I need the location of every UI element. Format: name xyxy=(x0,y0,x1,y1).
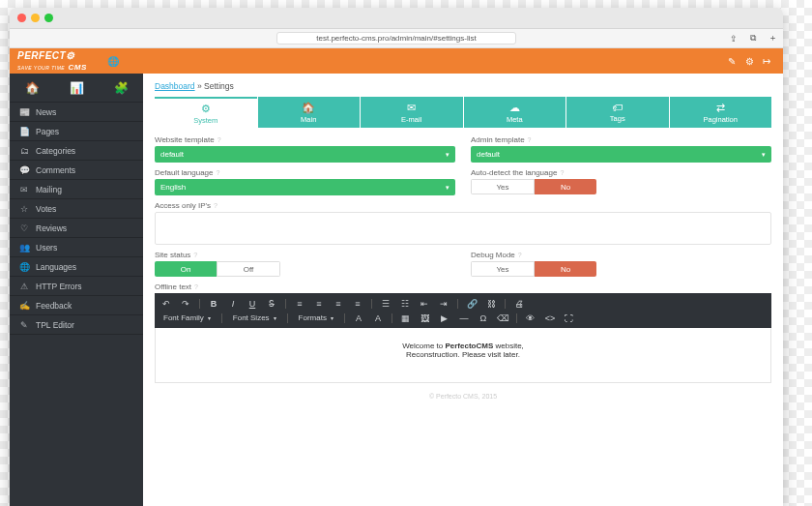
breadcrumb-current: Settings xyxy=(204,81,234,91)
autodetect-language-toggle[interactable]: Yes No xyxy=(471,179,596,194)
italic-icon[interactable]: I xyxy=(227,299,239,309)
categories-icon: 🗂 xyxy=(19,146,29,156)
font-size-select[interactable]: Font Sizes xyxy=(230,313,279,322)
hr-icon[interactable]: — xyxy=(458,313,470,323)
tab-label: Main xyxy=(301,115,316,124)
app-header: PERFECT⚙ SAVE YOUR TIME CMS 🌐 ✎ ⚙ ↦ xyxy=(10,48,783,74)
outdent-icon[interactable]: ⇤ xyxy=(419,299,430,309)
print-icon[interactable]: 🖨 xyxy=(513,299,525,309)
number-list-icon[interactable]: ☷ xyxy=(399,299,411,309)
zoom-icon[interactable] xyxy=(44,14,53,22)
tab-label: Pagination xyxy=(704,115,738,124)
sidebar-item-label: HTTP Errors xyxy=(36,282,82,291)
toggle-no[interactable]: No xyxy=(535,261,596,277)
bold-icon[interactable]: B xyxy=(208,299,219,309)
toggle-on[interactable]: On xyxy=(155,261,217,277)
sidebar-item-reviews[interactable]: ♡Reviews xyxy=(10,219,143,238)
minimize-icon[interactable] xyxy=(31,14,40,22)
toggle-yes[interactable]: Yes xyxy=(471,261,535,277)
access-ips-input[interactable] xyxy=(155,212,771,245)
sidebar-item-categories[interactable]: 🗂Categories xyxy=(10,141,143,161)
sidebar-item-users[interactable]: 👥Users xyxy=(10,238,143,257)
share-icon[interactable]: ⇪ xyxy=(727,32,740,45)
logout-icon[interactable]: ↦ xyxy=(758,56,775,67)
sidebar-item-pages[interactable]: 📄Pages xyxy=(10,122,143,141)
redo-icon[interactable]: ↷ xyxy=(180,299,191,309)
new-tab-icon[interactable]: ＋ xyxy=(766,32,779,45)
image-icon[interactable]: 🖼 xyxy=(420,313,431,323)
home-icon: 🏠 xyxy=(302,102,315,114)
website-template-select[interactable]: default▾ xyxy=(155,146,455,163)
unlink-icon[interactable]: ⛓ xyxy=(485,299,497,309)
sidebar-item-mailing[interactable]: ✉Mailing xyxy=(10,180,143,199)
tab-email[interactable]: ✉E-mail xyxy=(361,97,463,128)
tab-meta[interactable]: ☁Meta xyxy=(464,97,566,128)
link-icon[interactable]: 🔗 xyxy=(466,299,478,309)
rich-text-body[interactable]: Welcome to PerfectoCMS website, Reconstr… xyxy=(155,328,771,383)
formats-select[interactable]: Formats xyxy=(296,313,336,322)
site-status-label: Site status? xyxy=(155,251,455,259)
globe-icon[interactable]: 🌐 xyxy=(104,56,122,67)
tab-system[interactable]: ⚙System xyxy=(155,97,257,128)
main-content: Dashboard » Settings ⚙System 🏠Main ✉E-ma… xyxy=(143,74,783,506)
tabs-icon[interactable]: ⧉ xyxy=(746,32,760,45)
address-bar[interactable]: test.perfecto-cms.pro/admin/main/#settin… xyxy=(276,32,515,45)
close-icon[interactable] xyxy=(17,14,26,22)
sidebar-item-feedback[interactable]: ✍Feedback xyxy=(10,296,143,315)
toggle-yes[interactable]: Yes xyxy=(471,179,535,194)
source-icon[interactable]: <> xyxy=(544,313,556,323)
settings-icon[interactable]: ⚙ xyxy=(740,56,758,67)
media-icon[interactable]: ▶ xyxy=(439,313,450,323)
underline-icon[interactable]: U xyxy=(246,299,258,309)
brand-sub: SAVE YOUR TIME xyxy=(17,65,65,71)
home-icon[interactable]: 🏠 xyxy=(25,81,40,95)
char-icon[interactable]: Ω xyxy=(478,313,489,323)
bg-color-icon[interactable]: A xyxy=(372,313,384,323)
toggle-off[interactable]: Off xyxy=(217,261,280,277)
sidebar-item-news[interactable]: 📰News xyxy=(10,103,143,122)
site-status-toggle[interactable]: On Off xyxy=(155,261,280,277)
debug-mode-toggle[interactable]: Yes No xyxy=(471,261,596,277)
plugin-icon[interactable]: 🧩 xyxy=(114,81,129,95)
stats-icon[interactable]: 📊 xyxy=(70,81,84,95)
sidebar-item-http-errors[interactable]: ⚠HTTP Errors xyxy=(10,277,143,296)
edit-icon[interactable]: ✎ xyxy=(723,56,740,67)
indent-icon[interactable]: ⇥ xyxy=(438,299,450,309)
toggle-no[interactable]: No xyxy=(535,179,596,194)
align-justify-icon[interactable]: ≡ xyxy=(352,299,363,309)
help-icon[interactable]: ? xyxy=(194,283,198,290)
align-center-icon[interactable]: ≡ xyxy=(313,299,325,309)
help-icon[interactable]: ? xyxy=(214,202,218,209)
preview-icon[interactable]: 👁 xyxy=(525,313,536,323)
tab-main[interactable]: 🏠Main xyxy=(258,97,361,128)
bullet-list-icon[interactable]: ☰ xyxy=(380,299,392,309)
sidebar-item-languages[interactable]: 🌐Languages xyxy=(10,257,143,277)
sidebar-item-comments[interactable]: 💬Comments xyxy=(10,161,143,180)
default-language-select[interactable]: English▾ xyxy=(155,179,455,195)
help-icon[interactable]: ? xyxy=(217,169,220,176)
help-icon[interactable]: ? xyxy=(193,252,197,258)
help-icon[interactable]: ? xyxy=(218,136,221,143)
breadcrumb-root[interactable]: Dashboard xyxy=(155,81,195,91)
languages-icon: 🌐 xyxy=(19,262,29,272)
tab-pagination[interactable]: ⇄Pagination xyxy=(670,97,772,128)
strike-icon[interactable]: S̶ xyxy=(266,299,277,309)
sidebar-item-votes[interactable]: ☆Votes xyxy=(10,199,143,219)
help-icon[interactable]: ? xyxy=(560,169,564,176)
admin-template-select[interactable]: default▾ xyxy=(471,146,771,163)
tab-tags[interactable]: 🏷Tags xyxy=(566,97,669,128)
undo-icon[interactable]: ↶ xyxy=(160,299,172,309)
text-color-icon[interactable]: A xyxy=(353,313,364,323)
sidebar-item-label: TPL Editor xyxy=(36,320,74,330)
help-icon[interactable]: ? xyxy=(518,252,522,258)
gear-icon: ⚙ xyxy=(201,103,211,115)
sidebar-item-tpl-editor[interactable]: ✎TPL Editor xyxy=(10,315,143,335)
font-family-select[interactable]: Font Family xyxy=(160,313,214,322)
clear-icon[interactable]: ⌫ xyxy=(497,313,508,323)
table-icon[interactable]: ▦ xyxy=(400,313,412,323)
fullscreen-icon[interactable]: ⛶ xyxy=(564,313,575,323)
align-left-icon[interactable]: ≡ xyxy=(294,299,305,309)
align-right-icon[interactable]: ≡ xyxy=(333,299,344,309)
address-bar-row: test.perfecto-cms.pro/admin/main/#settin… xyxy=(10,29,783,48)
help-icon[interactable]: ? xyxy=(528,136,532,143)
